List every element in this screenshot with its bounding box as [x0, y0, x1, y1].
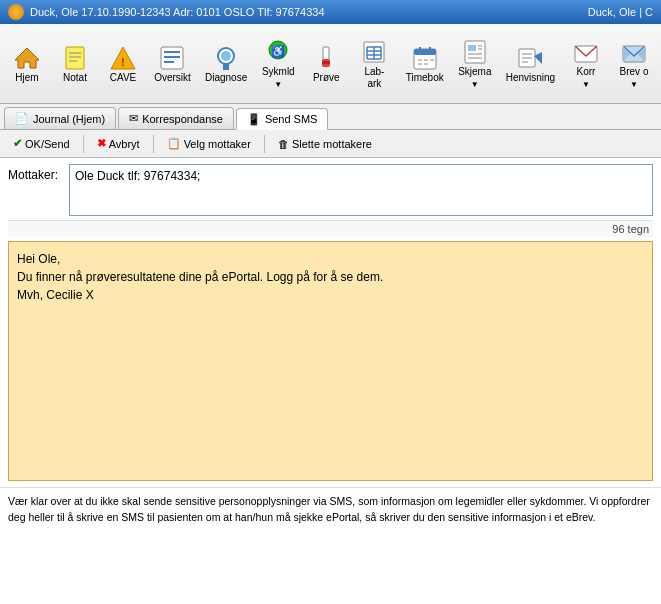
velg-mottaker-button[interactable]: 📋 Velg mottaker	[160, 134, 258, 153]
toolbar-timebok[interactable]: Timebok	[400, 28, 450, 100]
timebok-icon	[411, 44, 439, 72]
toolbar-prove[interactable]: Prøve	[303, 28, 349, 100]
app-logo-icon	[8, 4, 24, 20]
henvisning-label: Henvisning	[506, 72, 555, 84]
content-wrapper: Mottaker: Ole Duck tlf: 97674334; 96 teg…	[0, 158, 661, 604]
svg-rect-8	[164, 51, 180, 53]
svg-rect-10	[164, 61, 174, 63]
recipient-input[interactable]: Ole Duck tlf: 97674334;	[69, 164, 653, 216]
svg-rect-37	[468, 45, 476, 51]
korrespondanse-tab-icon: ✉	[129, 112, 138, 125]
labark-icon	[360, 38, 388, 66]
toolbar-labark[interactable]: Lab-ark	[351, 28, 397, 100]
toolbar-hjem[interactable]: Hjem	[4, 28, 50, 100]
message-line-3: Mvh, Cecilie X	[17, 286, 644, 304]
svg-marker-0	[15, 48, 39, 68]
svg-rect-28	[414, 49, 436, 55]
notat-label: Notat	[63, 72, 87, 84]
main-content: Mottaker: Ole Duck tlf: 97674334; 96 teg…	[0, 158, 661, 487]
toolbar-skjema[interactable]: Skjema▼	[452, 28, 498, 100]
brev-label: Brev o▼	[620, 66, 649, 90]
journal-tab-icon: 📄	[15, 112, 29, 125]
brev-icon	[620, 38, 648, 66]
warning-text: Vær klar over at du ikke skal sende sens…	[0, 487, 661, 532]
slette-mottakere-button[interactable]: 🗑 Slette mottakere	[271, 135, 379, 153]
journal-tab-label: Journal (Hjem)	[33, 113, 105, 125]
svg-rect-18	[322, 61, 330, 64]
svg-rect-16	[323, 47, 329, 61]
avbryt-button[interactable]: ✖ Avbryt	[90, 134, 147, 153]
svg-rect-9	[164, 56, 180, 58]
toolbar-korr[interactable]: Korr▼	[563, 28, 609, 100]
message-line-1: Hei Ole,	[17, 250, 644, 268]
sendsms-tab-icon: 📱	[247, 113, 261, 126]
ok-send-label: OK/Send	[25, 138, 70, 150]
sendsms-tab-label: Send SMS	[265, 113, 318, 125]
slette-mottakere-label: Slette mottakere	[292, 138, 372, 150]
tab-bar: 📄 Journal (Hjem) ✉ Korrespondanse 📱 Send…	[0, 104, 661, 130]
toolbar-diagnose[interactable]: Diagnose	[199, 28, 253, 100]
oversikt-label: Oversikt	[154, 72, 191, 84]
notat-icon	[61, 44, 89, 72]
diagnose-label: Diagnose	[205, 72, 247, 84]
tab-korrespondanse[interactable]: ✉ Korrespondanse	[118, 107, 234, 129]
tab-sendsms[interactable]: 📱 Send SMS	[236, 108, 329, 130]
prove-label: Prøve	[313, 72, 340, 84]
korr-icon	[572, 38, 600, 66]
sykmld-icon: ♿	[264, 38, 292, 66]
main-toolbar: Hjem Notat ! CAVE Oversikt	[0, 24, 661, 104]
korrespondanse-tab-label: Korrespondanse	[142, 113, 223, 125]
separator-1	[83, 135, 84, 153]
korr-label: Korr▼	[577, 66, 596, 90]
recipient-container: Ole Duck tlf: 97674334;	[69, 164, 653, 216]
toolbar-brev[interactable]: Brev o▼	[611, 28, 657, 100]
labark-label: Lab-ark	[358, 66, 390, 90]
svg-text:!: !	[121, 57, 124, 68]
cave-label: CAVE	[110, 72, 137, 84]
ok-icon: ✔	[13, 137, 22, 150]
tab-journal[interactable]: 📄 Journal (Hjem)	[4, 107, 116, 129]
svg-point-12	[221, 51, 231, 61]
slette-mottakere-icon: 🗑	[278, 138, 289, 150]
skjema-icon	[461, 38, 489, 66]
toolbar-oversikt[interactable]: Oversikt	[148, 28, 197, 100]
recipient-value: Ole Duck tlf: 97674334;	[75, 169, 200, 183]
recipient-label: Mottaker:	[8, 164, 63, 182]
patient-info: Duck, Ole 17.10.1990-12343 Adr: 0101 OSL…	[30, 6, 325, 18]
recipient-row: Mottaker: Ole Duck tlf: 97674334;	[8, 164, 653, 216]
svg-text:♿: ♿	[271, 44, 285, 58]
char-count: 96 tegn	[8, 220, 653, 237]
oversikt-icon	[158, 44, 186, 72]
hjem-label: Hjem	[15, 72, 38, 84]
velg-mottaker-icon: 📋	[167, 137, 181, 150]
velg-mottaker-label: Velg mottaker	[184, 138, 251, 150]
timebok-label: Timebok	[406, 72, 444, 84]
warning-content: Vær klar over at du ikke skal sende sens…	[8, 495, 650, 523]
toolbar-cave[interactable]: ! CAVE	[100, 28, 146, 100]
skjema-label: Skjema▼	[458, 66, 491, 90]
svg-rect-13	[223, 64, 229, 70]
svg-rect-1	[66, 47, 84, 69]
sykmld-label: Sykmld▼	[262, 66, 295, 90]
cave-icon: !	[109, 44, 137, 72]
henvisning-icon	[516, 44, 544, 72]
hjem-icon	[13, 44, 41, 72]
svg-rect-36	[465, 41, 485, 63]
diagnose-icon	[212, 44, 240, 72]
message-area[interactable]: Hei Ole, Du finner nå prøveresultatene d…	[8, 241, 653, 481]
x-icon: ✖	[97, 137, 106, 150]
ok-send-button[interactable]: ✔ OK/Send	[6, 134, 77, 153]
toolbar-henvisning[interactable]: Henvisning	[500, 28, 561, 100]
title-bar-left: Duck, Ole 17.10.1990-12343 Adr: 0101 OSL…	[8, 4, 325, 20]
toolbar-notat[interactable]: Notat	[52, 28, 98, 100]
toolbar-sykmld[interactable]: ♿ Sykmld▼	[255, 28, 301, 100]
avbryt-label: Avbryt	[109, 138, 140, 150]
action-bar: ✔ OK/Send ✖ Avbryt 📋 Velg mottaker 🗑 Sle…	[0, 130, 661, 158]
message-line-2: Du finner nå prøveresultatene dine på eP…	[17, 268, 644, 286]
prove-icon	[312, 44, 340, 72]
user-info: Duck, Ole | C	[588, 6, 653, 18]
separator-3	[264, 135, 265, 153]
char-count-value: 96 tegn	[612, 223, 649, 235]
separator-2	[153, 135, 154, 153]
title-bar: Duck, Ole 17.10.1990-12343 Adr: 0101 OSL…	[0, 0, 661, 24]
